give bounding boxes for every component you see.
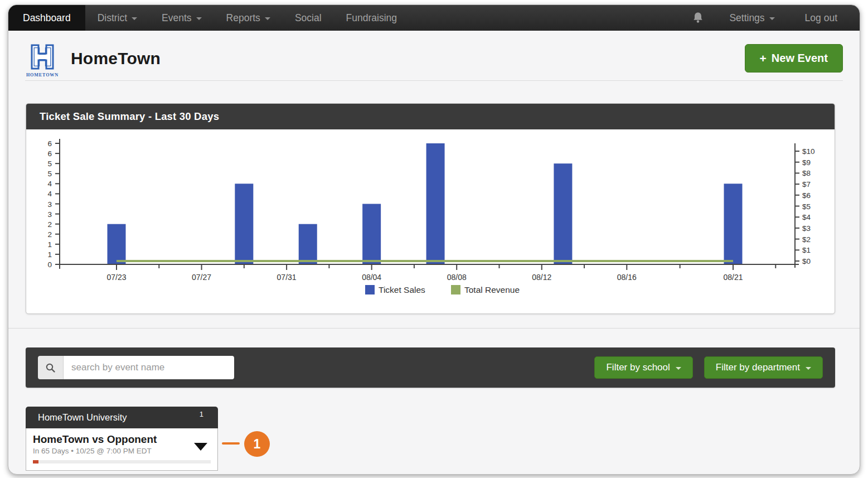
svg-text:1: 1 <box>47 240 52 249</box>
nav-item-logout[interactable]: Log out <box>793 12 850 24</box>
svg-text:08/16: 08/16 <box>617 273 637 282</box>
nav-label: Fundraising <box>346 12 397 24</box>
nav-label: Events <box>162 12 192 24</box>
nav-label: Settings <box>729 12 764 24</box>
event-expand-caret-icon[interactable] <box>194 443 207 451</box>
svg-text:08/08: 08/08 <box>447 273 467 282</box>
svg-text:$6: $6 <box>802 191 811 200</box>
svg-text:07/23: 07/23 <box>106 273 126 282</box>
svg-text:6: 6 <box>47 139 52 148</box>
search-input[interactable] <box>64 356 234 379</box>
svg-text:6: 6 <box>47 149 52 158</box>
nav-item-social[interactable]: Social <box>283 5 334 31</box>
svg-text:0: 0 <box>47 260 52 269</box>
chevron-down-icon <box>806 367 811 370</box>
ticket-chart-svg: 0112233445566$0$1$2$3$4$5$6$7$8$9$1007/2… <box>26 129 835 301</box>
svg-text:2: 2 <box>47 230 52 239</box>
svg-text:$3: $3 <box>802 224 811 233</box>
page-header: HOMETOWN HomeTown + New Event <box>25 37 843 81</box>
nav-spacer <box>409 5 685 31</box>
svg-text:5: 5 <box>47 170 52 178</box>
svg-text:07/27: 07/27 <box>192 273 211 282</box>
filter-by-school-button[interactable]: Filter by school <box>594 356 692 379</box>
nav-item-events[interactable]: Events <box>149 5 214 31</box>
nav-item-settings[interactable]: Settings <box>717 12 787 24</box>
svg-text:$8: $8 <box>802 169 811 177</box>
notification-bell-icon[interactable] <box>685 12 711 24</box>
search-input-group <box>38 356 234 379</box>
svg-text:$7: $7 <box>802 180 811 189</box>
school-name: HomeTown University <box>38 412 127 422</box>
page-title: HomeTown <box>71 49 161 68</box>
event-title: HomeTown vs Opponent <box>33 433 211 446</box>
filter-department-label: Filter by department <box>716 362 800 373</box>
svg-text:5: 5 <box>47 160 52 168</box>
ticket-sales-chart: 0112233445566$0$1$2$3$4$5$6$7$8$9$1007/2… <box>26 129 835 313</box>
chevron-down-icon <box>265 17 270 20</box>
search-icon <box>38 356 64 379</box>
nav-item-dashboard[interactable]: Dashboard <box>8 5 85 31</box>
filter-school-label: Filter by school <box>606 362 670 373</box>
nav-item-reports[interactable]: Reports <box>214 5 283 31</box>
chevron-down-icon <box>132 17 137 20</box>
svg-text:3: 3 <box>47 200 52 209</box>
event-search-bar: Filter by school Filter by department <box>26 347 835 388</box>
svg-text:07/31: 07/31 <box>277 273 297 282</box>
chart-panel-title: Ticket Sale Summary - Last 30 Days <box>26 104 835 129</box>
svg-text:Ticket Sales: Ticket Sales <box>379 285 425 294</box>
event-card-body: HomeTown vs Opponent In 65 Days • 10/25 … <box>26 428 218 471</box>
top-navbar: Dashboard District Events Reports Social… <box>8 5 860 31</box>
ticket-progress-bar <box>33 460 211 463</box>
svg-text:$10: $10 <box>802 147 815 156</box>
filter-buttons-group: Filter by school Filter by department <box>594 356 823 379</box>
svg-text:$4: $4 <box>802 213 811 221</box>
svg-text:08/21: 08/21 <box>723 273 743 282</box>
new-event-label: New Event <box>772 52 828 65</box>
filter-by-department-button[interactable]: Filter by department <box>704 356 823 379</box>
chevron-down-icon <box>676 367 681 370</box>
app-window: Dashboard District Events Reports Social… <box>8 4 860 475</box>
svg-text:08/12: 08/12 <box>532 273 551 282</box>
new-event-button[interactable]: + New Event <box>745 44 843 73</box>
ticket-sale-summary-panel: Ticket Sale Summary - Last 30 Days 01122… <box>26 103 835 314</box>
section-divider <box>8 328 860 329</box>
svg-text:1: 1 <box>47 250 52 259</box>
event-card-school-header: HomeTown University 1 <box>26 407 218 428</box>
logo-wordmark: HOMETOWN <box>26 73 59 78</box>
svg-text:3: 3 <box>47 210 52 219</box>
svg-text:$1: $1 <box>802 246 811 254</box>
nav-label: Reports <box>226 12 260 24</box>
chevron-down-icon <box>769 17 775 20</box>
nav-item-fundraising[interactable]: Fundraising <box>334 5 409 31</box>
svg-text:Total Revenue: Total Revenue <box>464 285 520 294</box>
school-event-card: HomeTown University 1 HomeTown vs Oppone… <box>26 407 218 471</box>
annotation-connector-line <box>222 442 240 445</box>
plus-icon: + <box>760 52 767 64</box>
svg-text:4: 4 <box>47 180 52 188</box>
event-meta: In 65 Days • 10/25 @ 7:00 PM EDT <box>33 447 211 455</box>
nav-item-district[interactable]: District <box>85 5 149 31</box>
ticket-progress-fill <box>33 460 38 463</box>
event-count-badge: 1 <box>200 410 203 418</box>
svg-text:$2: $2 <box>802 235 811 244</box>
svg-text:2: 2 <box>47 220 52 229</box>
svg-text:08/04: 08/04 <box>362 273 381 282</box>
nav-label: Log out <box>805 12 837 24</box>
nav-label: District <box>98 12 127 24</box>
svg-text:$9: $9 <box>802 158 811 167</box>
nav-right-group: Settings Log out <box>685 5 860 31</box>
nav-label: Dashboard <box>23 12 71 24</box>
hometown-logo: HOMETOWN <box>25 44 60 79</box>
annotation-marker-1: 1 <box>244 431 270 457</box>
chevron-down-icon <box>196 17 202 20</box>
svg-text:$0: $0 <box>802 257 811 265</box>
nav-label: Social <box>295 12 322 24</box>
svg-text:4: 4 <box>47 190 52 198</box>
svg-text:$5: $5 <box>802 202 811 211</box>
